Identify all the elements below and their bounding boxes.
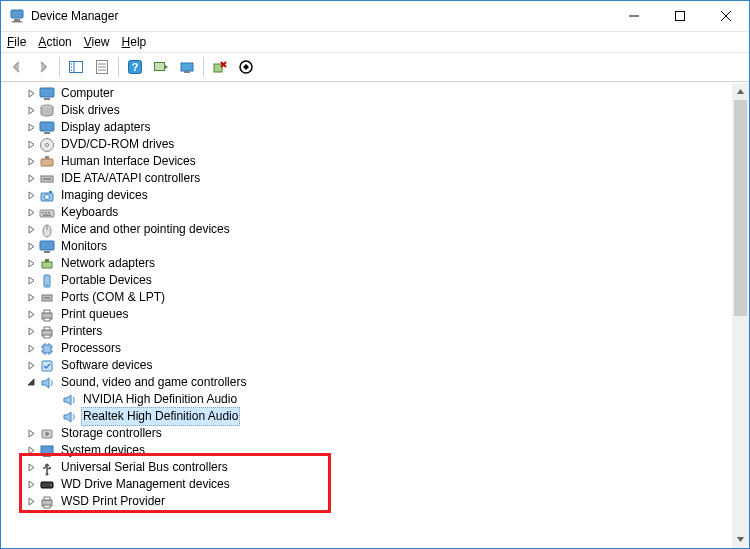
storage-icon	[39, 426, 55, 442]
tree-item[interactable]: System devices	[1, 442, 732, 459]
tree-item[interactable]: Processors	[1, 340, 732, 357]
chevron-right-icon[interactable]	[23, 256, 39, 272]
tree-item[interactable]: Monitors	[1, 238, 732, 255]
scroll-thumb[interactable]	[734, 100, 747, 316]
chevron-right-icon[interactable]	[23, 188, 39, 204]
svg-rect-80	[44, 505, 50, 508]
tree-item[interactable]: Computer	[1, 85, 732, 102]
chevron-right-icon[interactable]	[23, 460, 39, 476]
printer-icon	[39, 324, 55, 340]
chevron-right-icon[interactable]	[23, 239, 39, 255]
svg-point-49	[46, 297, 48, 299]
menu-help[interactable]: Help	[122, 35, 147, 49]
tree-item[interactable]: DVD/CD-ROM drives	[1, 136, 732, 153]
tree-item[interactable]: Software devices	[1, 357, 732, 374]
svg-point-6	[71, 63, 73, 65]
svg-rect-44	[45, 259, 49, 262]
scroll-up-button[interactable]	[732, 83, 749, 100]
scroll-down-button[interactable]	[732, 531, 749, 548]
chevron-right-icon[interactable]	[23, 358, 39, 374]
chevron-right-icon[interactable]	[23, 273, 39, 289]
tree-item-label: Disk drives	[59, 102, 122, 119]
portable-icon	[39, 273, 55, 289]
svg-rect-53	[44, 318, 50, 321]
tree-item[interactable]: Mice and other pointing devices	[1, 221, 732, 238]
chevron-right-icon[interactable]	[23, 290, 39, 306]
svg-rect-69	[41, 446, 53, 454]
svg-rect-55	[44, 327, 50, 330]
chevron-right-icon[interactable]	[23, 205, 39, 221]
tree-item[interactable]: Storage controllers	[1, 425, 732, 442]
svg-rect-41	[40, 241, 54, 250]
usb-icon	[39, 460, 55, 476]
tree-item[interactable]: Network adapters	[1, 255, 732, 272]
chevron-right-icon[interactable]	[23, 137, 39, 153]
chevron-right-icon[interactable]	[23, 477, 39, 493]
forward-button[interactable]	[31, 55, 55, 79]
svg-point-48	[44, 297, 46, 299]
tree-item-label: Processors	[59, 340, 123, 357]
chevron-right-icon[interactable]	[23, 120, 39, 136]
camera-icon	[39, 188, 55, 204]
chevron-right-icon[interactable]	[23, 324, 39, 340]
chevron-right-icon[interactable]	[23, 154, 39, 170]
chevron-right-icon[interactable]	[23, 494, 39, 510]
chevron-right-icon[interactable]	[23, 222, 39, 238]
tree-item-label: Software devices	[59, 357, 154, 374]
chevron-right-icon[interactable]	[23, 86, 39, 102]
tree-item[interactable]: Imaging devices	[1, 187, 732, 204]
tree-item[interactable]: Print queues	[1, 306, 732, 323]
vertical-scrollbar[interactable]	[732, 83, 749, 548]
chevron-right-icon[interactable]	[23, 171, 39, 187]
properties-button[interactable]	[90, 55, 114, 79]
show-hide-tree-button[interactable]	[64, 55, 88, 79]
chevron-right-icon[interactable]	[23, 443, 39, 459]
tree-item[interactable]: Universal Serial Bus controllers	[1, 459, 732, 476]
svg-point-7	[71, 66, 73, 68]
help-button[interactable]: ?	[123, 55, 147, 79]
keyboard-icon	[39, 205, 55, 221]
svg-rect-27	[41, 159, 53, 166]
svg-rect-28	[45, 156, 49, 159]
minimize-button[interactable]	[611, 1, 657, 31]
chevron-right-icon[interactable]	[23, 307, 39, 323]
tree-item[interactable]: IDE ATA/ATAPI controllers	[1, 170, 732, 187]
tree-item[interactable]: Realtek High Definition Audio	[1, 408, 732, 425]
tree-item[interactable]: Portable Devices	[1, 272, 732, 289]
tree-item[interactable]: Display adapters	[1, 119, 732, 136]
sound-icon	[61, 409, 77, 425]
maximize-button[interactable]	[657, 1, 703, 31]
disable-button[interactable]	[234, 55, 258, 79]
svg-rect-3	[676, 12, 685, 21]
svg-rect-52	[44, 310, 50, 313]
close-button[interactable]	[703, 1, 749, 31]
menu-view[interactable]: View	[84, 35, 110, 49]
scroll-track[interactable]	[732, 100, 749, 531]
uninstall-button[interactable]	[208, 55, 232, 79]
tree-item[interactable]: WSD Print Provider	[1, 493, 732, 510]
chevron-down-icon[interactable]	[23, 375, 39, 391]
device-tree[interactable]: ComputerDisk drivesDisplay adaptersDVD/C…	[1, 83, 732, 548]
menu-file[interactable]: File	[7, 35, 26, 49]
update-driver-button[interactable]	[149, 55, 173, 79]
tree-item[interactable]: Printers	[1, 323, 732, 340]
tree-item[interactable]: Human Interface Devices	[1, 153, 732, 170]
tree-item[interactable]: Ports (COM & LPT)	[1, 289, 732, 306]
svg-rect-35	[42, 212, 44, 214]
chevron-right-icon[interactable]	[23, 341, 39, 357]
tree-item[interactable]: NVIDIA High Definition Audio	[1, 391, 732, 408]
menu-action[interactable]: Action	[38, 35, 71, 49]
tree-item[interactable]: Keyboards	[1, 204, 732, 221]
tree-item-label: NVIDIA High Definition Audio	[81, 391, 239, 408]
hid-icon	[39, 154, 55, 170]
tree-item[interactable]: WD Drive Management devices	[1, 476, 732, 493]
back-button[interactable]	[5, 55, 29, 79]
tree-item[interactable]: Disk drives	[1, 102, 732, 119]
svg-rect-18	[214, 64, 222, 72]
mouse-icon	[39, 222, 55, 238]
scan-button[interactable]	[175, 55, 199, 79]
chevron-right-icon[interactable]	[23, 426, 39, 442]
chevron-right-icon[interactable]	[23, 103, 39, 119]
tree-item[interactable]: Sound, video and game controllers	[1, 374, 732, 391]
monitor-icon	[39, 86, 55, 102]
